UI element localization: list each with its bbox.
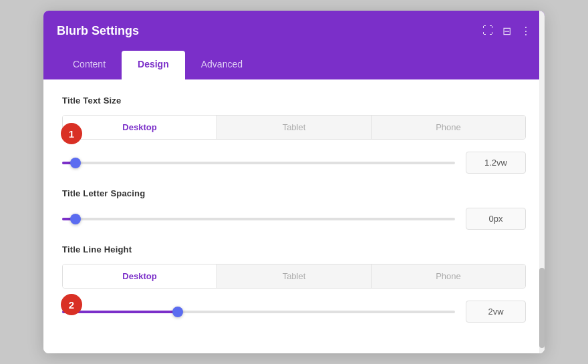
tab-design[interactable]: Design — [122, 51, 185, 79]
title-text-size-thumb[interactable] — [70, 158, 81, 168]
panel-header: Blurb Settings ⛶ ⊟ ⋮ — [43, 11, 545, 51]
title-text-size-value[interactable] — [466, 152, 526, 174]
title-text-size-device-tabs: Desktop Tablet Phone — [62, 115, 526, 140]
columns-icon[interactable]: ⊟ — [502, 25, 511, 37]
title-line-height-slider-row — [62, 301, 526, 323]
tablet-tab-1[interactable]: Tablet — [217, 116, 372, 139]
tablet-tab-2[interactable]: Tablet — [217, 264, 372, 288]
more-options-icon[interactable]: ⋮ — [521, 25, 531, 37]
fullscreen-icon[interactable]: ⛶ — [482, 25, 493, 37]
title-line-height-label: Title Line Height — [62, 244, 526, 254]
title-line-height-section: Title Line Height Desktop Tablet Phone — [62, 244, 526, 323]
desktop-tab-1[interactable]: Desktop — [63, 116, 217, 139]
title-line-height-device-tabs: Desktop Tablet Phone — [62, 264, 526, 289]
header-actions: ⛶ ⊟ ⋮ — [482, 25, 531, 37]
title-letter-spacing-section: Title Letter Spacing — [62, 188, 526, 230]
title-text-size-track[interactable] — [62, 162, 455, 164]
desktop-tab-2[interactable]: Desktop — [63, 264, 217, 288]
panel-title: Blurb Settings — [57, 24, 139, 38]
title-letter-spacing-label: Title Letter Spacing — [62, 188, 526, 198]
title-letter-spacing-slider-row — [62, 208, 526, 230]
title-letter-spacing-value[interactable] — [466, 208, 526, 230]
tab-content[interactable]: Content — [57, 51, 122, 79]
step-badge-2: 2 — [61, 294, 82, 315]
scrollbar-thumb[interactable] — [539, 268, 545, 348]
scrollbar[interactable] — [539, 11, 545, 353]
title-text-size-label: Title Text Size — [62, 96, 526, 106]
title-line-height-value[interactable] — [466, 301, 526, 323]
phone-tab-1[interactable]: Phone — [372, 116, 525, 139]
title-letter-spacing-thumb[interactable] — [70, 214, 81, 224]
title-text-size-section: Title Text Size Desktop Tablet Phone — [62, 96, 526, 174]
title-line-height-track[interactable] — [62, 311, 455, 313]
title-letter-spacing-track[interactable] — [62, 218, 455, 220]
settings-content: Title Text Size Desktop Tablet Phone Tit… — [43, 79, 545, 353]
phone-tab-2[interactable]: Phone — [372, 264, 525, 288]
blurb-settings-panel: Blurb Settings ⛶ ⊟ ⋮ Content Design Adva… — [43, 11, 545, 353]
title-line-height-thumb[interactable] — [172, 307, 183, 317]
step-badge-1: 1 — [61, 123, 82, 144]
tab-advanced[interactable]: Advanced — [185, 51, 259, 79]
title-text-size-slider-row — [62, 152, 526, 174]
main-tabs: Content Design Advanced — [43, 51, 545, 79]
